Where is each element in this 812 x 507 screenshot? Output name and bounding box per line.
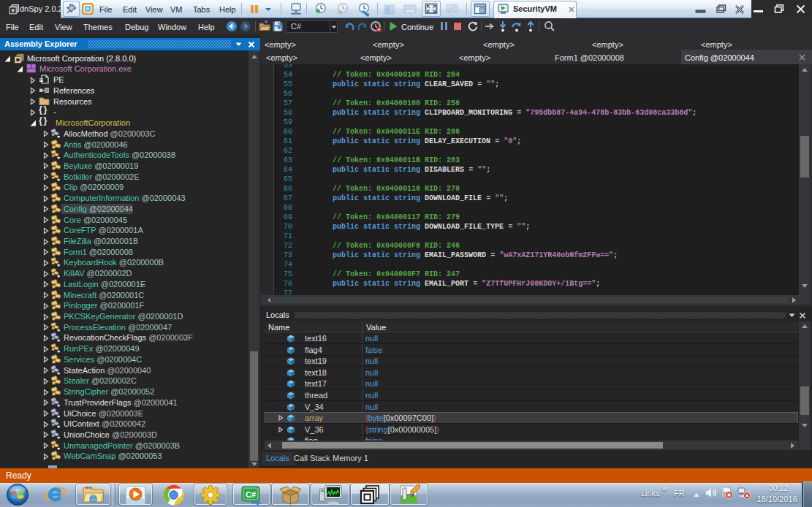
svg-text:C#: C#: [246, 490, 256, 499]
